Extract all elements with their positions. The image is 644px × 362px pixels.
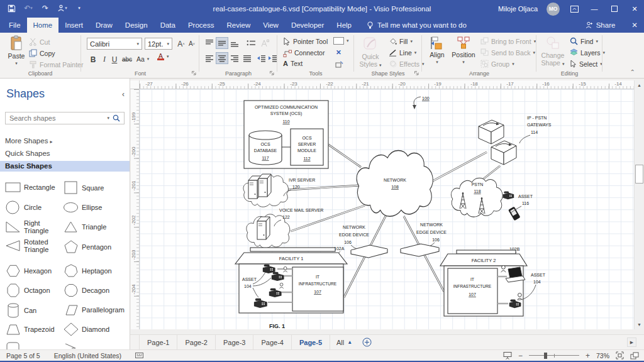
justify-button[interactable] [242,53,253,63]
stencil-ellipse[interactable]: Ellipse [63,200,121,215]
shape-ip-pstn-gateways[interactable]: IP - PSTN GATEWAYS 114 [479,116,552,165]
underline-button[interactable]: U [109,54,119,65]
presentation-mode-icon[interactable] [503,351,512,359]
shape-ocs-server-module[interactable]: OCS SERVER MODULE 112 [291,129,323,165]
cut-button[interactable]: Cut [29,38,50,46]
vertical-scrollbar[interactable]: ▲ ▼ [634,80,643,329]
shape-network-cloud[interactable]: NETWORK 108 [357,150,433,216]
tab-design[interactable]: Design [119,18,154,33]
quick-shapes-link[interactable]: Quick Shapes [5,150,50,157]
collapse-ribbon-icon[interactable]: ⌃ [630,69,635,75]
pointer-tool-button[interactable]: Pointer Tool [283,37,328,46]
tab-insert[interactable]: Insert [58,18,89,33]
add-page-button[interactable] [362,337,372,347]
font-size-select[interactable]: 12pt.▾ [145,38,172,50]
fill-button[interactable]: Fill▾ [389,37,413,45]
page-tab-3[interactable]: Page-3 [216,335,253,350]
text-tool-button[interactable]: A Text [283,60,303,67]
language-status[interactable]: English (United States) [54,352,121,359]
save-icon[interactable] [6,3,16,13]
customize-qat-icon[interactable]: ▾ [74,3,84,13]
tab-draw[interactable]: Draw [89,18,119,33]
switch-windows-icon[interactable] [630,352,639,359]
font-dialog-launcher-icon[interactable] [191,70,197,76]
stencil-hexagon[interactable]: Hexagon [5,263,63,278]
stencil-decagon[interactable]: Decagon [63,283,121,298]
rectangle-tool-button[interactable]: ▾ [333,37,349,45]
collapse-panel-icon[interactable]: ‹ [122,90,125,99]
align-left-button[interactable] [204,53,215,63]
decrease-indent-button[interactable] [255,53,267,63]
all-pages-button[interactable]: All▲ [330,339,358,346]
tell-me-box[interactable]: Tell me what you want to do [367,18,467,33]
tab-review[interactable]: Review [220,18,257,33]
align-button[interactable]: Align ▾ [426,36,448,65]
shape-asset-116[interactable]: ASSET 116 [503,191,533,221]
shape-pstn-cloud[interactable]: PSTN 118 [451,178,502,217]
close-button[interactable]: ✕ [629,3,640,14]
tab-data[interactable]: Data [154,18,182,33]
shape-edge-device-left[interactable] [351,245,387,258]
stencil-right-triangle[interactable]: Right Triangle [5,219,63,234]
paste-button[interactable]: Paste ▾ [5,35,28,66]
select-button[interactable]: Select▾ [570,60,602,68]
strikethrough-button[interactable]: abc [120,54,134,65]
copy-button[interactable]: Copy [29,49,55,57]
shape-ocs-system[interactable]: OPTIMIZED COMMUNICATION SYSTEM (OCS) 110… [244,101,328,168]
maximize-button[interactable] [609,3,620,14]
chevron-down-icon[interactable]: ▾ [107,116,109,121]
minimize-button[interactable]: — [589,3,600,14]
scroll-right-icon[interactable]: ▶ [627,337,636,347]
scroll-down-icon[interactable]: ▼ [635,320,644,329]
bring-to-front-button[interactable]: Bring to Front▾ [480,37,536,45]
avatar[interactable]: MO [547,3,560,16]
zoom-level[interactable]: 73% [596,352,609,359]
stencil-pentagon[interactable]: Pentagon [63,239,121,255]
shape-edge-device-right[interactable] [401,244,439,256]
stencil-circle[interactable]: Circle [5,200,63,215]
tab-developer[interactable]: Developer [285,18,330,33]
text-block-button[interactable] [259,38,270,48]
search-input[interactable] [6,114,107,122]
shape-ivr-cloud[interactable] [243,174,288,207]
italic-button[interactable]: I [99,54,109,65]
drawing-page[interactable]: NETWORK 108 PSTN 118 IVR SERVER 120 [140,89,634,329]
drawing-tools-button[interactable] [335,60,343,69]
keyboard-icon[interactable] [135,352,143,359]
page-tab-2[interactable]: Page-2 [177,335,215,350]
shape-facility-1[interactable]: FACILITY 1 IT INFRASTRUCTURE 107 [235,248,347,313]
connector-button[interactable]: Connector [283,48,325,57]
stencil-rectangle[interactable]: Rectangle [5,180,63,194]
tab-file[interactable]: File [3,18,27,33]
ribbon-display-options-icon[interactable] [569,3,580,14]
stencil-triangle[interactable]: Triangle [63,219,121,234]
page-status[interactable]: Page 5 of 5 [6,352,40,359]
connector-ocs-network[interactable] [328,145,361,167]
zoom-slider[interactable] [529,352,579,359]
delete-connector-button[interactable]: ✕ [336,48,341,56]
font-family-select[interactable]: Calibri▾ [87,38,142,50]
more-shapes-link[interactable]: More Shapes ▸ [5,137,53,145]
close-pane-icon[interactable]: ✕ [631,21,638,30]
change-case-button[interactable]: Aa▾ [136,55,149,63]
shape-ocs-database[interactable]: OCS DATABASE 117 [249,131,282,165]
shape-styles-dialog-launcher-icon[interactable] [414,70,419,76]
stencil-rotated-triangle[interactable]: Rotated Triangle [5,238,63,254]
stencil-trapezoid[interactable]: Trapezoid [5,322,63,337]
zoom-slider-thumb[interactable] [544,353,547,359]
share-button[interactable]: Share [586,21,616,29]
find-button[interactable]: Find▾ [570,37,598,45]
shape-it-infrastructure-1[interactable]: IT INFRASTRUCTURE 107 [292,267,343,311]
stencil-octagon[interactable]: Octagon [5,283,63,298]
user-name[interactable]: Miloje Oljaca [498,5,538,13]
effects-button[interactable]: Effects▾ [389,60,424,68]
zoom-out-button[interactable]: − [518,351,523,360]
page-tab-4[interactable]: Page-4 [253,335,291,350]
position-button[interactable]: Position ▾ [450,36,477,65]
fit-page-icon[interactable] [616,351,624,359]
undo-icon[interactable]: ↶▾ [23,3,33,13]
connector-network-gateways[interactable] [433,152,487,181]
bold-button[interactable]: B [88,54,98,65]
shrink-font-button[interactable]: A˅ [187,38,197,49]
vertical-scrollbar-thumb[interactable] [635,165,643,184]
